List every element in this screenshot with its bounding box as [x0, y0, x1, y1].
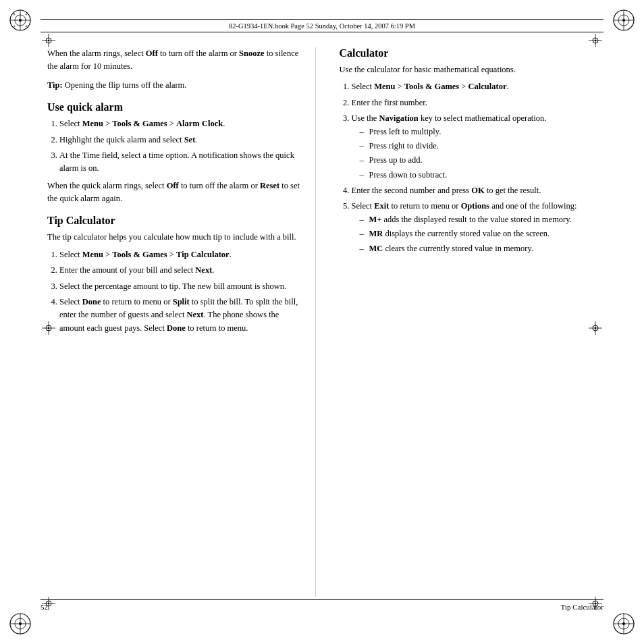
header-bar: 82-G1934-1EN.book Page 52 Sunday, Octobe… — [41, 19, 603, 32]
list-item: At the Time field, select a time option.… — [59, 149, 305, 176]
quick-alarm-outro: When the quick alarm rings, select Off t… — [47, 180, 305, 206]
list-item: MR displays the currently stored value o… — [360, 227, 597, 240]
right-column: Calculator Use the calculator for basic … — [336, 47, 597, 597]
list-item: Select Exit to return to menu or Options… — [352, 200, 597, 255]
footer-bar: 52 Tip Calculator — [41, 599, 603, 612]
list-item: Select Menu > Tools & Games > Alarm Cloc… — [59, 117, 305, 130]
svg-point-5 — [14, 14, 16, 16]
tip-label: Tip: — [47, 80, 63, 90]
svg-point-7 — [14, 26, 16, 28]
list-item: Highlight the quick alarm and select Set… — [59, 134, 305, 146]
page: 82-G1934-1EN.book Page 52 Sunday, Octobe… — [0, 0, 644, 644]
list-item: Enter the second number and press OK to … — [352, 184, 597, 197]
list-item: Use the Navigation key to select mathema… — [352, 112, 597, 182]
corner-decoration-bl — [8, 612, 32, 636]
use-quick-alarm-heading: Use quick alarm — [47, 101, 305, 113]
svg-point-6 — [26, 14, 28, 16]
tip-calculator-steps: Select Menu > Tools & Games > Tip Calcul… — [59, 248, 305, 335]
crosshair-top-right — [589, 34, 602, 47]
page-number: 52 — [41, 603, 48, 611]
list-item: Enter the amount of your bill and select… — [59, 264, 305, 277]
list-item: Press down to subtract. — [360, 169, 597, 182]
tip-calculator-heading: Tip Calculator — [47, 215, 305, 227]
calculator-heading: Calculator — [340, 47, 597, 59]
svg-point-8 — [26, 26, 28, 28]
options-subitems: M+ adds the displayed result to the valu… — [360, 213, 597, 255]
navigation-subitems: Press left to multiply. Press right to d… — [360, 126, 597, 182]
tip-calculator-intro: The tip calculator helps you calculate h… — [47, 231, 305, 244]
corner-decoration-tr — [612, 8, 636, 32]
calculator-steps: Select Menu > Tools & Games > Calculator… — [352, 80, 597, 255]
left-column: When the alarm rings, select Off to turn… — [47, 47, 316, 597]
crosshair-top-left — [42, 34, 55, 47]
use-quick-alarm-steps: Select Menu > Tools & Games > Alarm Cloc… — [59, 117, 305, 176]
list-item: Press right to divide. — [360, 140, 597, 153]
list-item: Select Menu > Tools & Games > Tip Calcul… — [59, 248, 305, 261]
list-item: Select the percentage amount to tip. The… — [59, 280, 305, 293]
list-item: Select Menu > Tools & Games > Calculator… — [352, 80, 597, 93]
corner-decoration-br — [612, 612, 636, 636]
alarm-intro: When the alarm rings, select Off to turn… — [47, 47, 305, 74]
header-text: 82-G1934-1EN.book Page 52 Sunday, Octobe… — [229, 22, 415, 30]
main-content: When the alarm rings, select Off to turn… — [47, 47, 597, 597]
list-item: Press up to add. — [360, 154, 597, 167]
list-item: MC clears the currently stored value in … — [360, 242, 597, 255]
list-item: M+ adds the displayed result to the valu… — [360, 213, 597, 226]
corner-decoration-tl — [8, 8, 32, 32]
list-item: Enter the first number. — [352, 97, 597, 109]
calculator-intro: Use the calculator for basic mathematica… — [340, 63, 597, 76]
tip-paragraph: Tip: Opening the flip turns off the alar… — [47, 79, 305, 92]
list-item: Press left to multiply. — [360, 126, 597, 138]
list-item: Select Done to return to menu or Split t… — [59, 296, 305, 335]
section-title: Tip Calculator — [561, 603, 603, 611]
